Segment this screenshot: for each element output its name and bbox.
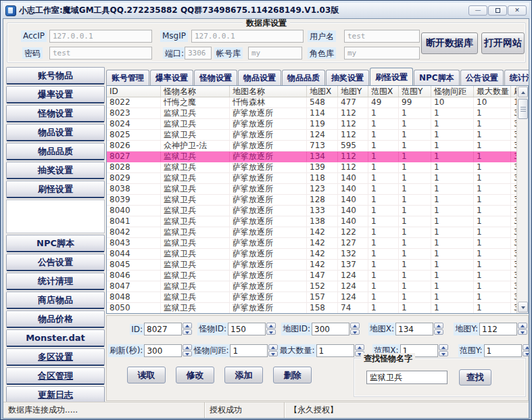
action-button-2[interactable]: 添加 bbox=[224, 367, 263, 383]
form-field-input[interactable] bbox=[144, 323, 182, 335]
open-website-button[interactable]: 打开网站 bbox=[481, 32, 525, 54]
table-row[interactable]: 8045监狱卫兵萨挲放逐所14213711113 bbox=[107, 260, 529, 271]
port-input[interactable] bbox=[185, 47, 212, 60]
table-row[interactable]: 8025监狱卫兵萨挲放逐所12411211113 bbox=[107, 130, 529, 141]
tab-9[interactable]: 统计清理 bbox=[504, 70, 529, 85]
sidebar-item-12[interactable]: 物品价格 bbox=[6, 310, 105, 328]
action-button-1[interactable]: 修改 bbox=[176, 367, 214, 383]
table-row[interactable]: 8050监狱卫兵萨挲放逐所1587411113 bbox=[107, 303, 529, 314]
tab-2[interactable]: 怪物设置 bbox=[194, 70, 237, 85]
column-header-7[interactable]: 怪物间距 bbox=[431, 86, 474, 97]
spinner-up-icon[interactable] bbox=[266, 323, 276, 329]
maximize-icon[interactable] bbox=[488, 5, 507, 16]
form-field-input[interactable] bbox=[479, 323, 517, 335]
form-field-input[interactable] bbox=[228, 323, 266, 335]
tab-6[interactable]: 刷怪设置 bbox=[370, 68, 413, 85]
sidebar-item-4[interactable]: 物品品质 bbox=[6, 143, 105, 160]
form-field-input[interactable] bbox=[395, 323, 433, 335]
action-button-3[interactable]: 删除 bbox=[273, 367, 312, 383]
column-header-4[interactable]: 地图Y bbox=[338, 86, 368, 97]
sidebar-item-13[interactable]: Monster.dat bbox=[6, 329, 105, 347]
table-row[interactable]: 8022忏悔之魔忏悔森林548477499910101 bbox=[107, 97, 529, 108]
close-icon[interactable]: ✕ bbox=[508, 5, 527, 16]
spinner-down-icon[interactable] bbox=[350, 329, 360, 335]
table-row[interactable]: 8024监狱卫兵萨挲放逐所11911211113 bbox=[107, 119, 529, 130]
username-input[interactable] bbox=[344, 30, 420, 43]
search-button[interactable]: 查找 bbox=[459, 369, 491, 386]
table-row[interactable]: 8048监狱卫兵萨挲放逐所15712411113 bbox=[107, 292, 529, 303]
sidebar-item-9[interactable]: 公告设置 bbox=[6, 254, 105, 271]
form-field-input[interactable] bbox=[230, 344, 268, 357]
column-header-0[interactable]: ID bbox=[107, 86, 161, 97]
tab-7[interactable]: NPC脚本 bbox=[414, 70, 460, 85]
column-header-2[interactable]: 地图名称 bbox=[230, 86, 307, 97]
table-row[interactable]: 8042监狱卫兵萨挲放逐所14212211113 bbox=[107, 227, 529, 238]
spinner-down-icon[interactable] bbox=[434, 329, 443, 335]
action-button-0[interactable]: 读取 bbox=[127, 367, 166, 383]
form-field-input[interactable] bbox=[312, 323, 349, 335]
table-row[interactable]: 8039监狱卫兵萨挲放逐所12814011113 bbox=[107, 195, 529, 206]
sidebar-item-6[interactable]: 刷怪设置 bbox=[6, 181, 105, 198]
spinner-down-icon[interactable] bbox=[518, 329, 527, 335]
password-input[interactable] bbox=[49, 47, 152, 60]
sidebar-item-2[interactable]: 怪物设置 bbox=[6, 105, 105, 122]
table-row[interactable]: 8047监狱卫兵萨挲放逐所15212411113 bbox=[107, 281, 529, 292]
column-header-6[interactable]: 范围Y bbox=[399, 86, 431, 97]
spinner-up-icon[interactable] bbox=[434, 323, 443, 329]
column-header-8[interactable]: 最大数量 bbox=[474, 86, 511, 97]
spinner-up-icon[interactable] bbox=[523, 344, 530, 350]
spinner-up-icon[interactable] bbox=[350, 323, 360, 329]
sidebar-item-3[interactable]: 物品设置 bbox=[6, 124, 105, 141]
tab-0[interactable]: 账号管理 bbox=[106, 70, 149, 85]
minimize-icon[interactable]: — bbox=[468, 5, 487, 16]
table-row[interactable]: 8041监狱卫兵萨挲放逐所13814011113 bbox=[107, 216, 529, 227]
column-header-3[interactable]: 地图X bbox=[307, 86, 338, 97]
form-field-input[interactable] bbox=[144, 344, 182, 357]
table-row-selected[interactable]: 8027监狱卫兵萨挲放逐所13411211113 bbox=[107, 151, 529, 162]
role-db-input[interactable] bbox=[344, 47, 420, 60]
spinner-up-icon[interactable] bbox=[355, 344, 364, 350]
spinner-up-icon[interactable] bbox=[518, 323, 527, 329]
sidebar-item-0[interactable]: 账号物品 bbox=[6, 67, 105, 85]
spinner-up-icon[interactable] bbox=[183, 323, 192, 329]
sidebar-item-11[interactable]: 商店物品 bbox=[6, 291, 105, 309]
sidebar-item-14[interactable]: 多区设置 bbox=[6, 348, 105, 366]
table-row[interactable]: 8043监狱卫兵萨挲放逐所14212711113 bbox=[107, 238, 529, 249]
sidebar-item-8[interactable]: NPC脚本 bbox=[6, 235, 105, 252]
tab-5[interactable]: 抽奖设置 bbox=[326, 70, 369, 85]
table-row[interactable]: 8038监狱卫兵萨挲放逐所12314011113 bbox=[107, 184, 529, 195]
sidebar-item-5[interactable]: 抽奖设置 bbox=[6, 162, 105, 179]
tab-4[interactable]: 物品品质 bbox=[282, 70, 325, 85]
spinner-down-icon[interactable] bbox=[183, 329, 192, 335]
msgip-input[interactable] bbox=[191, 30, 304, 43]
account-db-input[interactable] bbox=[248, 47, 302, 60]
tab-8[interactable]: 公告设置 bbox=[460, 70, 504, 85]
table-row[interactable]: 8046监狱卫兵萨挲放逐所14712411113 bbox=[107, 271, 529, 281]
accip-input[interactable] bbox=[49, 30, 152, 43]
sidebar-item-10[interactable]: 统计清理 bbox=[6, 273, 105, 290]
form-field-input[interactable] bbox=[316, 344, 354, 357]
table-row[interactable]: 8040监狱卫兵萨挲放逐所13314011113 bbox=[107, 206, 529, 216]
spinner-up-icon[interactable] bbox=[268, 344, 278, 350]
monster-name-input[interactable] bbox=[366, 371, 448, 384]
table-row[interactable]: 8044监狱卫兵萨挲放逐所14213211113 bbox=[107, 249, 529, 260]
table-row[interactable]: 8026众神护卫-法萨挲放逐所71359511113 bbox=[107, 141, 529, 151]
column-header-5[interactable]: 范围X bbox=[368, 86, 399, 97]
sidebar-item-1[interactable]: 爆率设置 bbox=[6, 86, 105, 103]
spinner-down-icon[interactable] bbox=[439, 351, 448, 357]
sidebar-item-15[interactable]: 合区管理 bbox=[6, 367, 105, 385]
spinner-up-icon[interactable] bbox=[183, 344, 192, 350]
scroll-up-icon[interactable] bbox=[518, 87, 528, 97]
scroll-down-icon[interactable] bbox=[518, 302, 528, 312]
column-header-1[interactable]: 怪物名称 bbox=[161, 86, 230, 97]
tab-3[interactable]: 物品设置 bbox=[238, 70, 281, 85]
tab-1[interactable]: 爆率设置 bbox=[150, 70, 193, 85]
table-row[interactable]: 8029监狱卫兵萨挲放逐所11814011113 bbox=[107, 173, 529, 184]
vertical-scrollbar[interactable] bbox=[516, 86, 528, 313]
spinner-down-icon[interactable] bbox=[523, 351, 530, 357]
table-row[interactable]: 8028监狱卫兵萨挲放逐所13911211113 bbox=[107, 162, 529, 173]
table-row[interactable]: 8023监狱卫兵萨挲放逐所11411211113 bbox=[107, 108, 529, 119]
form-field-input[interactable] bbox=[484, 344, 522, 357]
spinner-up-icon[interactable] bbox=[439, 344, 448, 350]
scrollbar-thumb[interactable] bbox=[518, 99, 528, 119]
